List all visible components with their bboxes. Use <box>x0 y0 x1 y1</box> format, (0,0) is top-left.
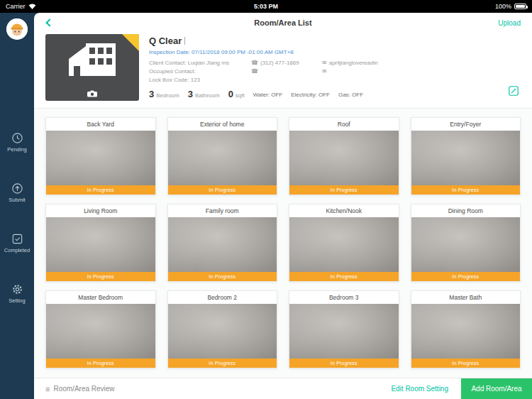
room-photo <box>289 304 399 359</box>
stat-bedroom: 3Bedroom <box>149 89 179 99</box>
house-icon <box>62 40 123 80</box>
add-room-area-button[interactable]: Add Room/Area <box>461 378 532 399</box>
room-card[interactable]: Kitchen/Nook In Progress <box>289 204 399 282</box>
room-name: Bedroom 3 <box>289 291 399 304</box>
upload-button[interactable]: Upload <box>498 19 521 27</box>
status-right: 100% <box>495 3 526 10</box>
room-status-badge: In Progress <box>411 185 521 195</box>
main-panel: Room/Area List Upload <box>34 13 532 399</box>
sidebar-item-label: Pending <box>7 146 27 153</box>
room-card[interactable]: Family room In Progress <box>167 204 278 282</box>
stat-bathroom: 3Bathroom <box>188 89 220 99</box>
utility-electricity: Electricity: OFF <box>291 92 330 99</box>
status-bar: Carrier 5:03 PM 100% <box>0 0 532 13</box>
client-contact-label: Client Contact: Luqian Jiang ms <box>149 60 248 66</box>
room-area-review-toggle[interactable]: ≡ Room/Area Review <box>45 385 115 393</box>
clock-time: 5:03 PM <box>0 3 532 10</box>
occupied-contact-label: Occupied Contact: <box>149 68 248 75</box>
utility-water: Water: OFF <box>253 92 282 99</box>
room-photo <box>46 217 155 272</box>
client-email[interactable]: ✉apriljianglovereadin <box>322 60 499 66</box>
sidebar-items: Pending Submit Completed <box>4 132 30 304</box>
room-name: Exterior of home <box>168 118 277 131</box>
room-name: Master Bedroom <box>46 291 155 304</box>
sidebar-item-label: Completed <box>4 247 30 253</box>
room-status-badge: In Progress <box>46 359 155 368</box>
submit-upload-icon <box>11 182 23 195</box>
room-grid: Back Yard In Progress Exterior of home I… <box>34 108 532 378</box>
room-card[interactable]: Master Bedroom In Progress <box>45 290 156 368</box>
room-name: Living Room <box>46 204 155 217</box>
room-status-badge: In Progress <box>411 272 521 281</box>
sidebar-item-label: Submit <box>9 197 25 203</box>
sidebar-item-completed[interactable]: Completed <box>4 233 30 253</box>
sidebar-item-pending[interactable]: Pending <box>4 132 30 153</box>
phone-icon: ☎ <box>251 68 258 75</box>
room-status-badge: In Progress <box>46 272 155 281</box>
room-status-badge: In Progress <box>411 359 521 368</box>
app-screen: Carrier 5:03 PM 100% <box>0 0 532 399</box>
battery-percent: 100% <box>495 3 511 10</box>
property-name-row: Q Clear <box>149 35 499 46</box>
room-name: Family room <box>168 204 277 217</box>
note-edit-icon <box>508 85 519 97</box>
utility-gas: Gas: OFF <box>338 92 363 99</box>
text-cursor <box>184 37 185 45</box>
lock-box-code: Lock Box Code: 123 <box>149 77 499 83</box>
room-card[interactable]: Bedroom 2 In Progress <box>167 290 278 368</box>
room-name: Kitchen/Nook <box>289 204 399 217</box>
camera-icon <box>87 90 98 97</box>
room-photo <box>168 131 277 185</box>
room-photo <box>289 131 399 185</box>
property-photo[interactable] <box>45 34 139 101</box>
room-name: Master Bath <box>411 291 521 304</box>
avatar[interactable] <box>6 18 28 40</box>
occupied-phone[interactable]: ☎ <box>251 68 319 75</box>
occupied-email[interactable]: ✉ <box>322 68 499 75</box>
worker-avatar-icon <box>6 18 28 40</box>
client-phone[interactable]: ☎(312) 477-1869 <box>251 60 319 66</box>
edit-note-button[interactable] <box>508 85 519 99</box>
room-name: Entry/Foyer <box>411 118 521 131</box>
room-status-badge: In Progress <box>168 272 277 281</box>
sidebar-item-submit[interactable]: Submit <box>4 182 30 203</box>
room-name: Back Yard <box>46 118 155 131</box>
footer-bar: ≡ Room/Area Review Edit Room Setting Add… <box>34 378 532 399</box>
envelope-icon: ✉ <box>322 60 327 66</box>
room-card[interactable]: Living Room In Progress <box>45 204 156 282</box>
inspection-date: Inspection Date: 07/11/2018 09:00 PM -01… <box>149 49 499 55</box>
room-card[interactable]: Entry/Foyer In Progress <box>411 117 521 195</box>
room-card[interactable]: Roof In Progress <box>289 117 399 195</box>
room-photo <box>411 217 521 272</box>
room-name: Bedroom 2 <box>168 291 277 304</box>
phone-icon: ☎ <box>251 60 258 66</box>
contact-grid: Client Contact: Luqian Jiang ms ☎(312) 4… <box>149 60 499 75</box>
property-name: Q Clear <box>149 35 182 46</box>
room-status-badge: In Progress <box>289 185 399 195</box>
room-photo <box>168 217 277 272</box>
room-card[interactable]: Master Bath In Progress <box>411 290 521 368</box>
room-status-badge: In Progress <box>46 185 155 195</box>
back-button[interactable] <box>45 17 57 28</box>
envelope-icon: ✉ <box>322 68 327 75</box>
room-photo <box>411 131 521 185</box>
battery-icon <box>514 4 526 9</box>
list-icon: ≡ <box>45 385 50 393</box>
page-title: Room/Area List <box>34 18 532 27</box>
check-square-icon <box>11 233 23 245</box>
sidebar-item-label: Setting <box>9 297 25 304</box>
clock-icon <box>11 132 23 144</box>
sidebar-item-setting[interactable]: Setting <box>4 283 30 304</box>
room-photo <box>46 131 155 185</box>
room-card[interactable]: Back Yard In Progress <box>45 117 156 195</box>
room-photo <box>289 217 399 272</box>
room-card[interactable]: Dining Room In Progress <box>411 204 521 282</box>
room-card[interactable]: Exterior of home In Progress <box>167 117 278 195</box>
room-photo <box>168 304 277 359</box>
property-info: Q Clear Inspection Date: 07/11/2018 09:0… <box>149 34 521 101</box>
edit-room-setting-button[interactable]: Edit Room Setting <box>391 385 448 393</box>
room-card[interactable]: Bedroom 3 In Progress <box>289 290 399 368</box>
property-stats: 3Bedroom 3Bathroom 0sqft Water: OFF Elec… <box>149 89 499 99</box>
room-status-badge: In Progress <box>289 272 399 281</box>
room-photo <box>411 304 521 359</box>
